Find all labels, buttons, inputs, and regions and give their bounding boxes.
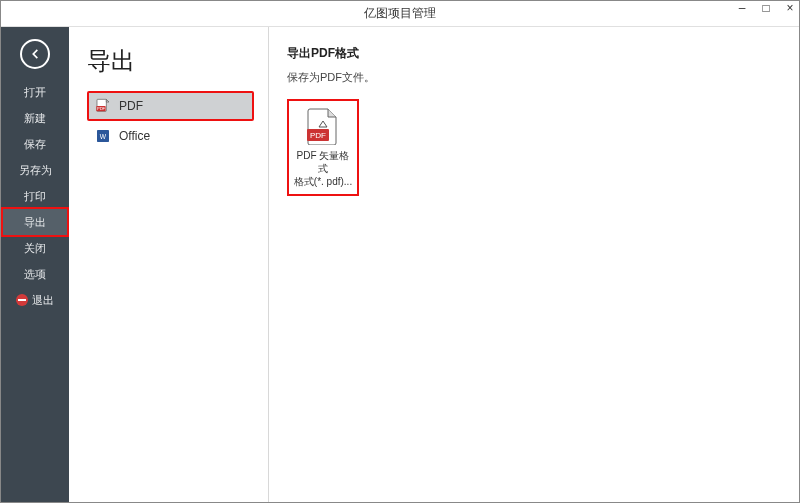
arrow-left-icon — [28, 47, 42, 61]
sidebar-item-save-as[interactable]: 另存为 — [1, 157, 69, 183]
sidebar-item-label: 新建 — [24, 111, 46, 126]
sidebar-item-label: 退出 — [32, 293, 54, 308]
svg-text:W: W — [100, 133, 107, 140]
pdf-icon: PDF — [95, 98, 111, 114]
tile-label: PDF 矢量格式格式(*. pdf)... — [293, 149, 353, 188]
sidebar-item-save[interactable]: 保存 — [1, 131, 69, 157]
sidebar-item-label: 选项 — [24, 267, 46, 282]
exit-icon — [16, 294, 28, 306]
sidebar-item-label: 打印 — [24, 189, 46, 204]
format-item-pdf[interactable]: PDF PDF — [87, 91, 254, 121]
word-icon: W — [95, 128, 111, 144]
page-title: 导出 — [87, 45, 254, 77]
detail-title: 导出PDF格式 — [287, 45, 783, 62]
sidebar-item-new[interactable]: 新建 — [1, 105, 69, 131]
sidebar-item-label: 另存为 — [19, 163, 52, 178]
detail-subtitle: 保存为PDF文件。 — [287, 70, 783, 85]
sidebar-item-label: 关闭 — [24, 241, 46, 256]
svg-text:PDF: PDF — [310, 131, 326, 140]
format-item-label: Office — [119, 129, 150, 143]
sidebar-item-label: 保存 — [24, 137, 46, 152]
sidebar: 打开 新建 保存 另存为 打印 导出 关闭 选项 退出 — [1, 27, 69, 502]
svg-text:PDF: PDF — [97, 106, 106, 111]
sidebar-item-options[interactable]: 选项 — [1, 261, 69, 287]
sidebar-item-label: 打开 — [24, 85, 46, 100]
sidebar-item-close[interactable]: 关闭 — [1, 235, 69, 261]
format-item-office[interactable]: W Office — [87, 121, 254, 151]
close-button[interactable]: × — [785, 3, 795, 13]
back-button[interactable] — [20, 39, 50, 69]
export-tile-pdf-vector[interactable]: PDF PDF 矢量格式格式(*. pdf)... — [287, 99, 359, 196]
format-item-label: PDF — [119, 99, 143, 113]
sidebar-item-export[interactable]: 导出 — [1, 207, 69, 237]
pdf-file-icon: PDF — [306, 107, 340, 145]
maximize-button[interactable]: □ — [761, 3, 771, 13]
window-title: 亿图项目管理 — [364, 5, 436, 22]
sidebar-item-label: 导出 — [24, 215, 46, 230]
sidebar-item-open[interactable]: 打开 — [1, 79, 69, 105]
sidebar-item-exit[interactable]: 退出 — [1, 287, 69, 313]
minimize-button[interactable]: – — [737, 3, 747, 13]
format-column: 导出 PDF PDF W Office — [69, 27, 269, 502]
titlebar: 亿图项目管理 – □ × — [1, 1, 799, 27]
detail-column: 导出PDF格式 保存为PDF文件。 PDF PDF 矢量格式格式(*. pdf)… — [269, 27, 799, 502]
sidebar-item-print[interactable]: 打印 — [1, 183, 69, 209]
